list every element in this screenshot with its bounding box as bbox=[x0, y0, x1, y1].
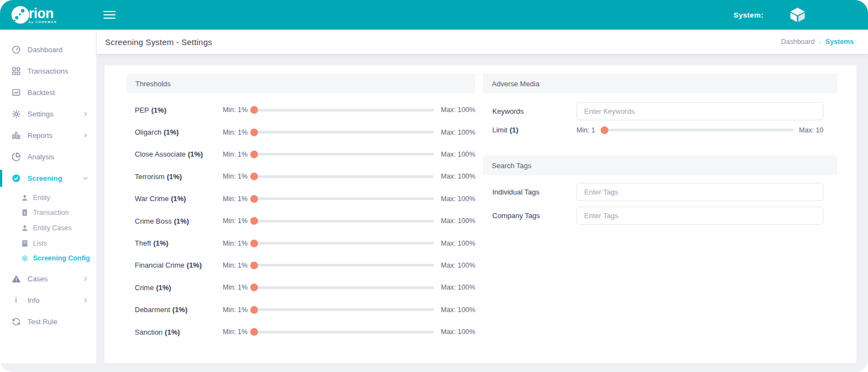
individual-tags-label: Individual Tags bbox=[492, 188, 576, 196]
sidebar-subitem-screening-config[interactable]: Screening Config bbox=[0, 251, 96, 266]
sync-icon bbox=[11, 317, 21, 326]
sidebar-subitem-label: Transaction bbox=[33, 209, 69, 216]
slider-min-label: Min: 1% bbox=[223, 106, 248, 114]
sidebar-item-label: Test Rule bbox=[28, 318, 57, 326]
slider-handle[interactable] bbox=[250, 328, 258, 336]
threshold-slider: Min: 1%Max: 100% bbox=[223, 328, 475, 336]
keywords-input[interactable] bbox=[576, 102, 823, 120]
breadcrumb-dashboard[interactable]: Dashboard bbox=[781, 38, 815, 46]
sidebar-item-analysis[interactable]: Analysis bbox=[0, 146, 96, 168]
gear-icon bbox=[20, 254, 29, 263]
slider-handle[interactable] bbox=[250, 173, 258, 180]
slider-track[interactable] bbox=[252, 131, 434, 134]
slider-max-label: Max: 100% bbox=[441, 173, 475, 180]
sidebar-item-settings[interactable]: Settings bbox=[0, 103, 96, 125]
threshold-label: Sanction(1%) bbox=[135, 328, 223, 336]
breadcrumb-systems[interactable]: Systems bbox=[826, 38, 854, 46]
threshold-rows: PEP(1%)Min: 1%Max: 100%Oligarch(1%)Min: … bbox=[127, 93, 475, 343]
chevron-right-icon bbox=[83, 132, 89, 138]
slider-min-label: Min: 1% bbox=[223, 129, 248, 136]
info-icon: i bbox=[11, 295, 21, 305]
slider-handle[interactable] bbox=[250, 217, 258, 225]
chevron-right-icon bbox=[83, 276, 89, 282]
slider-track[interactable] bbox=[252, 331, 434, 334]
system-cube-icon[interactable] bbox=[789, 6, 806, 24]
threshold-label: Terrorism(1%) bbox=[135, 173, 223, 181]
slider-min-label: Min: 1% bbox=[223, 240, 248, 247]
sidebar-item-cases[interactable]: Cases bbox=[0, 268, 96, 290]
slider-track[interactable] bbox=[252, 220, 434, 223]
limit-max-label: Max: 10 bbox=[799, 126, 823, 134]
thresholds-panel: Thresholds PEP(1%)Min: 1%Max: 100%Oligar… bbox=[127, 74, 475, 363]
slider-handle[interactable] bbox=[250, 306, 258, 314]
search-tags-panel: Search Tags Individual Tags Company Tags bbox=[483, 156, 837, 225]
slider-min-label: Min: 1% bbox=[223, 328, 248, 336]
slider-track[interactable] bbox=[252, 264, 434, 266]
slider-track[interactable] bbox=[252, 153, 434, 156]
person-icon bbox=[20, 224, 29, 232]
threshold-row: Oligarch(1%)Min: 1%Max: 100% bbox=[135, 121, 475, 143]
threshold-label: PEP(1%) bbox=[135, 106, 223, 114]
sidebar: Dashboard Transactions Backtest Settings bbox=[0, 30, 97, 363]
menu-toggle-icon[interactable] bbox=[103, 9, 116, 21]
main-area: Screening System - Settings Dashboard › … bbox=[97, 30, 868, 363]
individual-tags-input[interactable] bbox=[576, 183, 823, 201]
sidebar-item-label: Dashboard bbox=[28, 46, 63, 54]
slider-track[interactable] bbox=[252, 308, 434, 311]
threshold-row: Financial Crime(1%)Min: 1%Max: 100% bbox=[135, 254, 475, 276]
logo-text: rion by CODEMAK bbox=[29, 7, 57, 24]
slider-min-label: Min: 1% bbox=[223, 173, 248, 180]
slider-handle[interactable] bbox=[250, 129, 258, 136]
threshold-row: Debarment(1%)Min: 1%Max: 100% bbox=[135, 299, 475, 321]
search-tags-panel-header: Search Tags bbox=[483, 156, 837, 175]
top-bar: rion by CODEMAK System: bbox=[0, 0, 868, 30]
limit-min-label: Min: 1 bbox=[576, 126, 595, 134]
threshold-slider: Min: 1%Max: 100% bbox=[223, 284, 475, 291]
sidebar-item-reports[interactable]: Reports bbox=[0, 125, 96, 146]
sidebar-subitem-label: Entity bbox=[33, 194, 50, 202]
slider-handle[interactable] bbox=[250, 151, 258, 158]
thresholds-title: Thresholds bbox=[135, 80, 171, 88]
slider-min-label: Min: 1% bbox=[223, 217, 248, 225]
slider-track[interactable] bbox=[252, 175, 434, 178]
sidebar-item-test-rule[interactable]: Test Rule bbox=[0, 311, 96, 332]
orion-logo[interactable]: rion by CODEMAK bbox=[0, 5, 97, 24]
slider-handle[interactable] bbox=[250, 106, 258, 114]
adverse-media-title: Adverse Media bbox=[492, 80, 540, 88]
slider-handle[interactable] bbox=[250, 240, 258, 247]
adverse-media-panel-header: Adverse Media bbox=[483, 74, 837, 93]
slider-handle[interactable] bbox=[250, 262, 258, 269]
sidebar-item-label: Backtest bbox=[28, 88, 55, 97]
sidebar-subitem-label: Lists bbox=[33, 240, 47, 247]
threshold-row: Close Associate(1%)Min: 1%Max: 100% bbox=[135, 143, 475, 165]
check-circle-icon bbox=[11, 174, 21, 184]
sidebar-subitem-lists[interactable]: Lists bbox=[0, 236, 96, 251]
slider-track[interactable] bbox=[252, 109, 434, 112]
slider-track[interactable] bbox=[252, 197, 434, 200]
threshold-slider: Min: 1%Max: 100% bbox=[223, 151, 475, 158]
sidebar-item-info[interactable]: i Info bbox=[0, 290, 96, 311]
sidebar-item-backtest[interactable]: Backtest bbox=[0, 82, 96, 103]
sidebar-subitem-entity[interactable]: Entity bbox=[0, 190, 96, 206]
sidebar-item-dashboard[interactable]: Dashboard bbox=[0, 39, 96, 60]
slider-min-label: Min: 1% bbox=[223, 262, 248, 269]
limit-slider-track[interactable] bbox=[602, 129, 793, 131]
limit-slider-handle[interactable] bbox=[601, 126, 608, 134]
slider-handle[interactable] bbox=[250, 195, 258, 203]
threshold-label: Theft(1%) bbox=[135, 239, 223, 247]
orion-constellation-icon bbox=[11, 5, 30, 24]
slider-track[interactable] bbox=[252, 286, 434, 289]
chevron-down-icon bbox=[83, 175, 89, 181]
sidebar-item-transactions[interactable]: Transactions bbox=[0, 60, 96, 82]
limit-row: Limit(1) Min: 1 Max: 10 bbox=[492, 126, 823, 134]
svg-text:$: $ bbox=[24, 211, 26, 215]
company-tags-input[interactable] bbox=[576, 207, 823, 225]
sidebar-subitem-entity-cases[interactable]: Entity Cases bbox=[0, 220, 96, 236]
thresholds-panel-header: Thresholds bbox=[127, 74, 475, 93]
gear-icon bbox=[11, 109, 21, 119]
sidebar-subitem-transaction[interactable]: $ Transaction bbox=[0, 206, 96, 221]
threshold-label: Crime Boss(1%) bbox=[135, 217, 223, 225]
sidebar-item-screening[interactable]: Screening bbox=[0, 168, 96, 189]
slider-handle[interactable] bbox=[250, 284, 258, 291]
slider-track[interactable] bbox=[252, 242, 434, 245]
